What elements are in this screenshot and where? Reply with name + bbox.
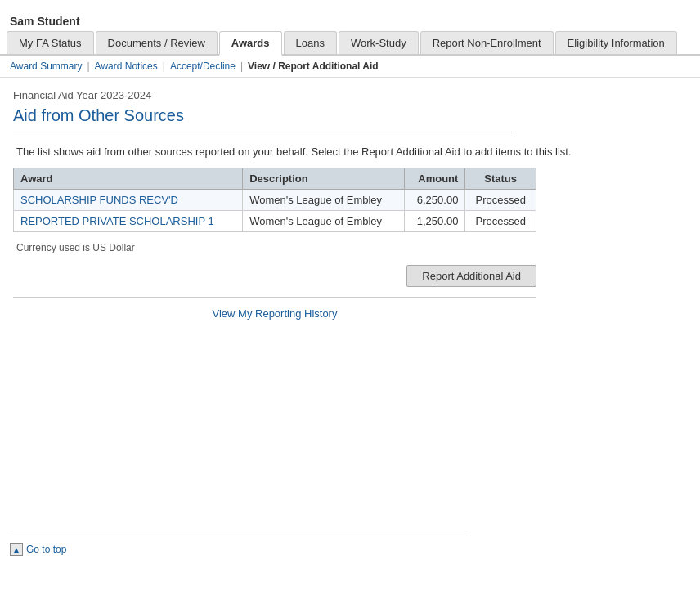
sub-nav-award-notices[interactable]: Award Notices [95,60,158,72]
description-cell-2: Women's League of Embley [243,211,405,232]
go-to-top: ▲ Go to top [0,536,700,562]
view-history-container: View My Reporting History [13,307,536,320]
user-name: Sam Student [0,8,700,31]
table-header-row: Award Description Amount Status [14,168,536,190]
aid-table: Award Description Amount Status SCHOLARS… [13,168,536,232]
sub-nav-award-summary[interactable]: Award Summary [10,60,82,72]
tab-eligibility-information[interactable]: Eligibility Information [555,31,677,54]
table-row: SCHOLARSHIP FUNDS RECV'D Women's League … [14,190,536,211]
go-to-top-link[interactable]: ▲ Go to top [10,543,690,556]
main-nav: My FA Status Documents / Review Awards L… [0,31,700,56]
footer-area: ▲ Go to top [0,536,700,562]
go-to-top-label: Go to top [26,544,66,555]
tab-report-non-enrollment[interactable]: Report Non-Enrollment [420,31,554,54]
col-header-award: Award [14,168,243,190]
sub-nav-accept-decline[interactable]: Accept/Decline [170,60,236,72]
tab-documents-review[interactable]: Documents / Review [96,31,218,54]
col-header-amount: Amount [404,168,465,190]
page-wrapper: Sam Student My FA Status Documents / Rev… [0,0,700,596]
award-link-1[interactable]: SCHOLARSHIP FUNDS RECV'D [20,194,178,206]
status-cell-2: Processed [465,211,536,232]
fa-year-label: Financial Aid Year 2023-2024 [13,89,687,101]
section-divider [13,132,512,132]
col-header-description: Description [243,168,405,190]
content-divider [13,297,536,298]
separator-2: | [163,60,165,72]
description-text: The list shows aid from other sources re… [13,146,687,158]
award-cell-2: REPORTED PRIVATE SCHOLARSHIP 1 [14,211,243,232]
separator-3: | [240,60,243,72]
tab-work-study[interactable]: Work-Study [339,31,419,54]
sub-nav-current: View / Report Additional Aid [248,60,379,72]
status-cell-1: Processed [465,190,536,211]
description-cell-1: Women's League of Embley [243,190,405,211]
award-cell-1: SCHOLARSHIP FUNDS RECV'D [14,190,243,211]
main-content: Financial Aid Year 2023-2024 Aid from Ot… [0,78,700,339]
col-header-status: Status [465,168,536,190]
tab-awards[interactable]: Awards [219,31,282,56]
amount-cell-1: 6,250.00 [404,190,465,211]
separator-1: | [87,60,89,72]
amount-cell-2: 1,250.00 [404,211,465,232]
sub-nav: Award Summary | Award Notices | Accept/D… [0,56,700,78]
top-arrow-icon: ▲ [10,543,23,556]
section-title: Aid from Other Sources [13,106,687,125]
award-link-2[interactable]: REPORTED PRIVATE SCHOLARSHIP 1 [20,215,214,227]
tab-loans[interactable]: Loans [284,31,337,54]
currency-note: Currency used is US Dollar [13,242,687,253]
tab-fa-status[interactable]: My FA Status [7,31,94,54]
report-additional-aid-button[interactable]: Report Additional Aid [406,265,536,287]
view-history-link[interactable]: View My Reporting History [213,307,338,320]
table-row: REPORTED PRIVATE SCHOLARSHIP 1 Women's L… [14,211,536,232]
report-btn-container: Report Additional Aid [13,265,536,287]
